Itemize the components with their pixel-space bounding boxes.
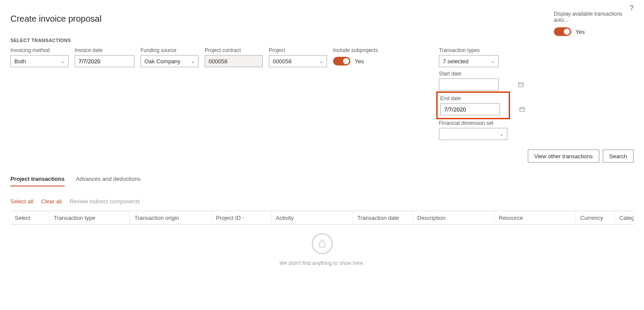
svg-rect-8 (520, 108, 525, 111)
sort-ascending-icon: ↑ (242, 215, 245, 220)
invoice-date-label: Invoice date (75, 47, 134, 53)
th-project-id[interactable]: Project ID ↑ (212, 211, 271, 224)
invoicing-method-select[interactable]: Both ⌄ (10, 55, 69, 67)
empty-state-icon (312, 233, 333, 254)
tab-project-transactions[interactable]: Project transactions (10, 176, 65, 186)
funding-source-value: Oak Company (144, 58, 180, 65)
include-subprojects-value: Yes (355, 58, 364, 65)
project-select[interactable]: 000058 ⌄ (269, 55, 327, 67)
th-currency[interactable]: Currency (576, 211, 615, 224)
project-value: 000058 (273, 58, 291, 65)
th-select[interactable]: Select (10, 211, 49, 224)
project-label: Project (269, 47, 327, 53)
th-resource[interactable]: Resource (494, 211, 576, 224)
chevron-down-icon: ⌄ (191, 59, 195, 64)
chevron-down-icon: ⌄ (61, 59, 65, 64)
search-button[interactable]: Search (603, 150, 634, 163)
calendar-icon[interactable] (518, 82, 523, 87)
th-category[interactable]: Category (615, 211, 634, 224)
start-date-input[interactable] (439, 78, 499, 91)
th-transaction-origin[interactable]: Transaction origin (130, 211, 212, 224)
tab-advances-deductions[interactable]: Advances and deductions (76, 176, 141, 186)
clear-all-link[interactable]: Clear all (41, 198, 62, 205)
th-transaction-type[interactable]: Transaction type (49, 211, 130, 224)
th-transaction-date[interactable]: Transaction date (353, 211, 413, 224)
auto-display-value: Yes (575, 29, 585, 35)
chevron-down-icon: ⌄ (500, 131, 503, 137)
table-header: Select Transaction type Transaction orig… (10, 211, 634, 225)
end-date-label: End date (440, 95, 500, 101)
end-date-field[interactable] (444, 104, 517, 115)
transaction-types-value: 7 selected (443, 58, 468, 65)
funding-source-label: Funding source (141, 47, 199, 53)
auto-display-toggle[interactable] (554, 27, 571, 36)
include-subprojects-label: Include subprojects (333, 47, 389, 53)
project-contract-value: 000058 (209, 58, 227, 65)
help-icon[interactable]: ? (630, 4, 634, 12)
review-indirect-link: Review indirect components (69, 198, 140, 205)
svg-line-14 (324, 240, 324, 241)
invoice-date-input[interactable] (75, 55, 134, 67)
empty-state-text: We didn't find anything to show here. (279, 260, 364, 266)
funding-source-select[interactable]: Oak Company ⌄ (141, 55, 199, 67)
project-contract-field: 000058 (205, 55, 263, 67)
chevron-down-icon: ⌄ (319, 59, 323, 64)
start-date-label: Start date (439, 71, 499, 77)
auto-display-block: Display available transactions auto... Y… (554, 11, 632, 38)
th-activity[interactable]: Activity (271, 211, 353, 224)
select-all-link[interactable]: Select all (10, 198, 33, 205)
invoicing-method-label: Invoicing method (10, 47, 69, 53)
transaction-types-select[interactable]: 7 selected ⌄ (439, 55, 499, 67)
calendar-icon[interactable] (520, 107, 525, 112)
include-subprojects-toggle[interactable] (333, 57, 350, 65)
start-date-field[interactable] (443, 79, 516, 90)
empty-state: We didn't find anything to show here. (10, 225, 634, 310)
th-description[interactable]: Description (413, 211, 494, 224)
invoicing-method-value: Both (14, 58, 26, 65)
auto-display-label: Display available transactions auto... (554, 11, 632, 23)
svg-line-13 (320, 240, 321, 241)
end-date-highlight: End date (436, 91, 510, 119)
financial-dimension-select[interactable]: ⌄ (439, 128, 507, 140)
end-date-input[interactable] (440, 103, 500, 115)
transaction-types-label: Transaction types (439, 47, 499, 53)
section-header-select-transactions: SELECT TRANSACTIONS (10, 38, 634, 43)
svg-rect-4 (519, 83, 523, 87)
page-title: Create invoice proposal (10, 14, 634, 24)
project-contract-label: Project contract (205, 47, 263, 53)
financial-dimension-label: Financial dimension set (439, 120, 507, 126)
view-other-transactions-button[interactable]: View other transactions (528, 150, 599, 163)
chevron-down-icon: ⌄ (491, 59, 495, 64)
